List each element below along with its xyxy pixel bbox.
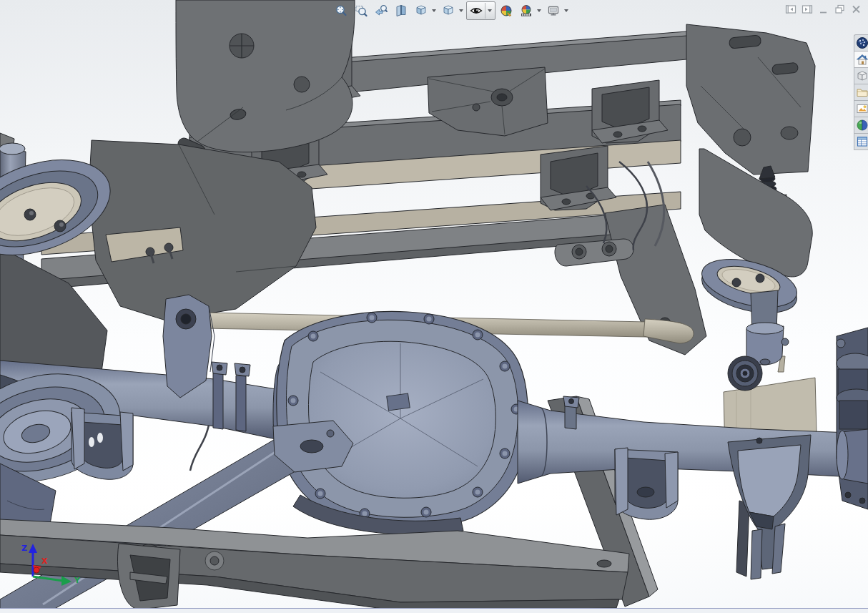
pane-right-icon <box>802 4 813 15</box>
zoom-to-area-button[interactable] <box>352 2 370 19</box>
custom-properties-icon <box>856 135 868 148</box>
pane-left-icon <box>785 4 797 15</box>
left-frame-tower <box>176 0 355 152</box>
zoom-to-area-icon <box>355 4 368 17</box>
previous-view-icon <box>375 4 388 17</box>
task-pane-tab-custom-properties[interactable] <box>854 133 868 150</box>
solidworks-window: { "app": { "name": "SolidWorks 3D viewpo… <box>0 0 868 613</box>
edit-appearance-button[interactable] <box>497 2 516 19</box>
view-settings-button[interactable] <box>544 2 563 19</box>
task-pane-tab-design-library[interactable] <box>854 67 868 84</box>
task-pane-tab-appearances[interactable] <box>854 117 868 134</box>
task-pane-tabs <box>854 34 868 150</box>
zoom-to-fit-button[interactable] <box>332 2 350 19</box>
minimize-button[interactable] <box>818 4 829 15</box>
apply-scene-button[interactable] <box>517 2 536 19</box>
view-orientation-icon <box>415 4 428 17</box>
task-pane-tab-file-explorer[interactable] <box>854 84 868 101</box>
restore-icon <box>834 4 846 15</box>
hide-show-items-icon <box>470 4 483 17</box>
task-pane-tab-view-palette[interactable] <box>854 100 868 117</box>
display-style-button[interactable] <box>439 2 458 19</box>
edit-appearance-icon <box>500 4 513 17</box>
graphics-area[interactable]: Z Y X <box>0 0 868 613</box>
minimize-icon <box>818 4 829 15</box>
apply-scene-icon <box>520 4 533 17</box>
previous-view-button[interactable] <box>372 2 390 19</box>
task-pane-tab-resources[interactable] <box>854 34 868 52</box>
model-scene[interactable]: Z Y X <box>0 0 868 613</box>
triad-x-label: X <box>41 556 48 566</box>
apply-scene-dropdown[interactable] <box>537 9 541 12</box>
restore-button[interactable] <box>834 4 846 15</box>
zoom-to-fit-icon <box>335 4 347 17</box>
close-icon <box>851 4 862 15</box>
triad-z-label: Z <box>21 544 27 553</box>
section-view-icon <box>395 4 408 17</box>
hide-show-items-button-group <box>466 1 495 20</box>
display-style-dropdown[interactable] <box>459 9 463 12</box>
pane-left-button[interactable] <box>785 4 797 15</box>
hide-show-items-dropdown[interactable] <box>485 3 494 19</box>
heads-up-view-toolbar <box>332 1 570 20</box>
right-hub-assembly <box>837 328 868 509</box>
resources-globe-icon <box>856 36 868 49</box>
file-explorer-icon <box>856 86 868 99</box>
view-orientation-dropdown[interactable] <box>432 9 436 12</box>
pane-right-button[interactable] <box>802 4 813 15</box>
hide-show-items-button[interactable] <box>468 3 485 19</box>
triad-y-label: Y <box>74 576 81 585</box>
view-settings-dropdown[interactable] <box>564 9 568 12</box>
view-orientation-button[interactable] <box>412 2 430 19</box>
task-pane-tab-home[interactable] <box>854 51 868 68</box>
close-button[interactable] <box>851 4 862 15</box>
section-view-button[interactable] <box>392 2 410 19</box>
window-controls <box>785 4 862 15</box>
viewport-bottom-edge <box>0 608 868 613</box>
design-library-icon <box>856 69 868 82</box>
appearances-icon <box>856 119 868 132</box>
view-settings-icon <box>547 4 560 17</box>
display-style-icon <box>442 4 455 17</box>
home-icon <box>856 53 868 66</box>
view-palette-icon <box>856 102 868 115</box>
